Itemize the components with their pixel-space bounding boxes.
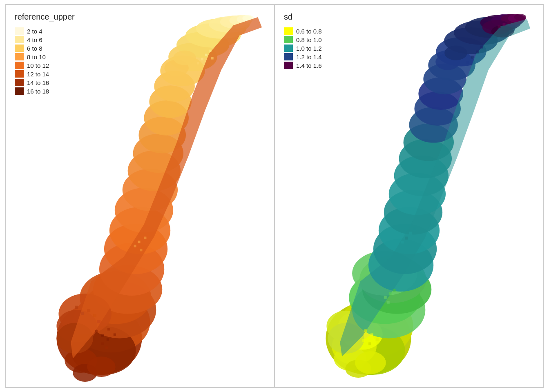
svg-rect-53 [201, 58, 203, 60]
right-panel-title: sd [284, 12, 292, 22]
right-legend-label-3: 1.2 to 1.4 [296, 53, 322, 60]
svg-rect-105 [370, 333, 373, 336]
svg-rect-108 [362, 339, 365, 342]
left-legend-item-0: 2 to 4 [15, 27, 49, 35]
right-legend-item-0: 0.6 to 0.8 [284, 27, 322, 35]
right-legend-label-4: 1.4 to 1.6 [296, 62, 322, 69]
right-legend-color-0 [284, 27, 293, 35]
svg-rect-47 [105, 346, 108, 349]
left-legend-color-1 [15, 36, 24, 43]
svg-rect-36 [75, 306, 78, 309]
main-container: reference_upper 2 to 44 to 66 to 88 to 1… [5, 4, 544, 388]
left-legend-label-0: 2 to 4 [27, 28, 42, 35]
right-legend-label-1: 0.8 to 1.0 [296, 36, 322, 43]
left-legend-item-7: 16 to 18 [15, 87, 49, 95]
left-legend-color-0 [15, 27, 24, 35]
svg-rect-46 [101, 342, 104, 345]
svg-rect-38 [87, 309, 90, 312]
svg-rect-50 [140, 249, 143, 251]
svg-rect-116 [384, 296, 387, 299]
left-legend-label-7: 16 to 18 [27, 88, 49, 95]
svg-rect-112 [480, 46, 483, 49]
svg-point-98 [444, 46, 467, 60]
svg-rect-40 [97, 320, 100, 323]
svg-rect-118 [393, 289, 396, 292]
svg-rect-51 [144, 237, 146, 239]
left-legend-label-6: 14 to 16 [27, 79, 49, 86]
svg-point-34 [173, 51, 196, 65]
svg-rect-111 [476, 51, 479, 53]
svg-rect-103 [413, 228, 416, 231]
left-legend-item-4: 10 to 12 [15, 62, 49, 69]
svg-rect-42 [101, 334, 104, 336]
svg-rect-107 [368, 342, 371, 345]
left-legend-label-4: 10 to 12 [27, 62, 49, 69]
right-legend-color-3 [284, 53, 293, 60]
right-legend-item-1: 0.8 to 1.0 [284, 36, 322, 43]
svg-rect-48 [134, 245, 136, 247]
svg-rect-110 [471, 56, 474, 59]
svg-rect-45 [107, 338, 109, 341]
svg-point-5 [87, 356, 116, 377]
norway-shape-right [326, 14, 530, 378]
left-legend-label-5: 12 to 14 [27, 71, 49, 78]
left-legend-color-6 [15, 79, 24, 86]
svg-rect-37 [81, 312, 84, 315]
svg-rect-55 [209, 50, 212, 52]
left-panel-title: reference_upper [15, 12, 75, 22]
left-legend-color-5 [15, 70, 24, 78]
svg-rect-100 [401, 241, 404, 244]
right-legend-item-3: 1.2 to 1.4 [284, 53, 322, 60]
right-legend-color-2 [284, 45, 293, 52]
svg-rect-44 [114, 333, 116, 336]
svg-rect-101 [405, 237, 408, 240]
left-legend-color-2 [15, 45, 24, 52]
svg-rect-49 [138, 241, 141, 243]
right-panel: sd 0.6 to 0.80.8 to 1.01.0 to 1.21.2 to … [274, 4, 544, 388]
left-legend-item-5: 12 to 14 [15, 70, 49, 78]
svg-rect-52 [197, 62, 199, 65]
left-legend-label-2: 6 to 8 [27, 45, 42, 52]
svg-rect-106 [376, 338, 379, 341]
svg-rect-119 [387, 301, 390, 304]
svg-rect-113 [498, 25, 501, 28]
svg-rect-104 [364, 330, 367, 332]
right-legend-label-2: 1.0 to 1.2 [296, 45, 322, 52]
svg-rect-115 [507, 21, 510, 24]
left-legend-label-3: 8 to 10 [27, 53, 46, 60]
norway-shape-left [56, 15, 262, 382]
svg-rect-41 [95, 330, 98, 333]
right-legend-label-0: 0.6 to 0.8 [296, 28, 322, 35]
right-legend-item-4: 1.4 to 1.6 [284, 62, 322, 69]
svg-rect-54 [205, 54, 208, 56]
svg-rect-56 [211, 57, 214, 60]
svg-rect-109 [466, 61, 469, 64]
right-legend-color-4 [284, 62, 293, 69]
left-legend-item-1: 4 to 6 [15, 36, 49, 43]
left-legend-color-7 [15, 87, 24, 95]
svg-point-63 [355, 351, 386, 374]
svg-rect-43 [107, 328, 110, 331]
svg-rect-102 [409, 232, 412, 235]
left-legend-color-3 [15, 53, 24, 60]
left-legend-item-3: 8 to 10 [15, 53, 49, 60]
left-panel: reference_upper 2 to 44 to 66 to 88 to 1… [5, 4, 274, 388]
right-legend-item-2: 1.0 to 1.2 [284, 45, 322, 52]
svg-rect-114 [502, 23, 505, 26]
left-legend: 2 to 44 to 66 to 88 to 1010 to 1212 to 1… [15, 27, 49, 95]
svg-rect-117 [389, 292, 392, 295]
left-legend-label-1: 4 to 6 [27, 36, 42, 43]
right-legend-color-1 [284, 36, 293, 43]
left-legend-color-4 [15, 62, 24, 69]
right-legend: 0.6 to 0.80.8 to 1.01.0 to 1.21.2 to 1.4… [284, 27, 322, 69]
left-legend-item-6: 14 to 16 [15, 79, 49, 86]
left-legend-item-2: 6 to 8 [15, 45, 49, 52]
svg-rect-39 [93, 314, 96, 317]
svg-point-94 [514, 14, 526, 20]
